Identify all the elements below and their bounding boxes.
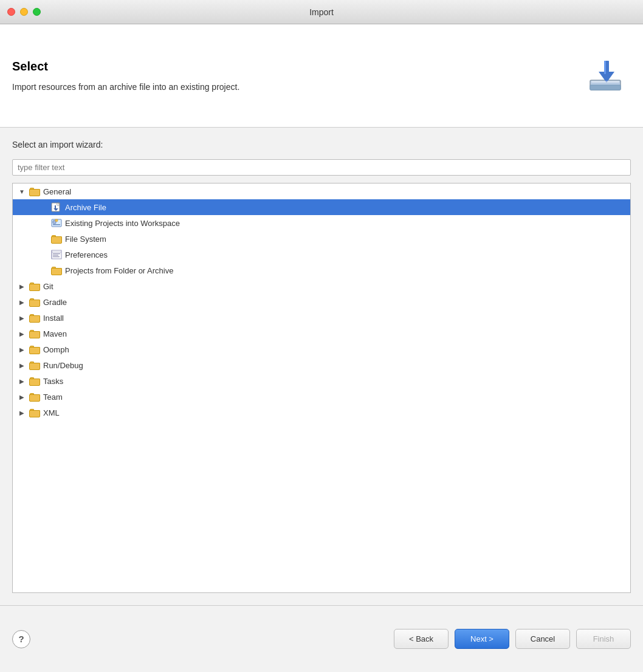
cancel-button[interactable]: Cancel <box>515 629 570 649</box>
arrow-oomph <box>18 345 26 354</box>
svg-rect-13 <box>53 224 60 225</box>
body-section: Select an import wizard: General <box>0 128 643 605</box>
folder-icon-install <box>29 313 40 323</box>
folder-icon-team <box>29 392 40 402</box>
maximize-button[interactable] <box>33 8 41 16</box>
group-label-maven: Maven <box>43 329 67 338</box>
folder-icon-git <box>29 281 40 291</box>
tree-item-projects-folder[interactable]: Projects from Folder or Archive <box>13 262 630 278</box>
tree-item-existing-projects[interactable]: Existing Projects into Workspace <box>13 215 630 231</box>
dialog-content: Select Import resources from an archive … <box>0 24 643 672</box>
help-button[interactable]: ? <box>12 630 30 648</box>
group-label-tasks: Tasks <box>43 377 63 386</box>
tree-group-git[interactable]: Git <box>13 278 630 294</box>
tree-group-run-debug[interactable]: Run/Debug <box>13 357 630 373</box>
header-icon <box>582 52 631 100</box>
tree-item-preferences[interactable]: Preferences <box>13 247 630 262</box>
tree-group-tasks[interactable]: Tasks <box>13 373 630 389</box>
window-title: Import <box>309 7 334 17</box>
back-button[interactable]: < Back <box>394 629 449 649</box>
arrow-general <box>18 187 26 196</box>
folder-icon-tasks <box>29 376 40 386</box>
arrow-xml <box>18 408 26 417</box>
window-controls <box>7 8 41 16</box>
preferences-icon <box>51 250 62 259</box>
finish-button[interactable]: Finish <box>576 629 631 649</box>
tree-group-xml[interactable]: XML <box>13 405 630 420</box>
item-label-file-system: File System <box>65 235 106 244</box>
folder-icon-filesys <box>51 234 62 244</box>
arrow-git <box>18 282 26 290</box>
svg-rect-1 <box>590 85 621 90</box>
arrow-gradle <box>18 298 26 306</box>
folder-icon-general <box>29 187 40 196</box>
svg-rect-17 <box>53 253 60 254</box>
arrow-install <box>18 314 26 322</box>
tree-container[interactable]: General Archive File <box>12 183 631 593</box>
svg-rect-5 <box>591 81 619 83</box>
header-section: Select Import resources from an archive … <box>0 24 643 128</box>
group-label-oomph: Oomph <box>43 345 69 354</box>
group-label-team: Team <box>43 393 63 402</box>
existing-projects-icon <box>51 218 62 228</box>
minimize-button[interactable] <box>20 8 28 16</box>
group-label-install: Install <box>43 314 64 323</box>
arrow-tasks <box>18 377 26 385</box>
group-label-run-debug: Run/Debug <box>43 361 83 370</box>
folder-icon-gradle <box>29 297 40 307</box>
next-button[interactable]: Next > <box>455 629 509 649</box>
tree-item-file-system[interactable]: File System <box>13 231 630 247</box>
folder-icon-maven <box>29 329 40 338</box>
footer-buttons: < Back Next > Cancel Finish <box>394 629 631 649</box>
header-description: Import resources from an archive file in… <box>12 82 582 92</box>
arrow-run-debug <box>18 361 26 369</box>
archive-file-icon <box>51 202 62 212</box>
svg-rect-19 <box>53 256 60 257</box>
footer-section: ? < Back Next > Cancel Finish <box>0 605 643 672</box>
svg-rect-9 <box>55 205 56 208</box>
tree-group-oomph[interactable]: Oomph <box>13 341 630 357</box>
import-icon <box>585 55 628 97</box>
tree-item-archive-file[interactable]: Archive File <box>13 199 630 215</box>
group-label-git: Git <box>43 282 53 291</box>
close-button[interactable] <box>7 8 15 16</box>
folder-icon-xml <box>29 408 40 417</box>
tree-group-gradle[interactable]: Gradle <box>13 294 630 310</box>
svg-rect-15 <box>52 250 61 259</box>
item-label-preferences: Preferences <box>65 250 108 259</box>
item-label-projects-folder: Projects from Folder or Archive <box>65 266 173 275</box>
svg-rect-4 <box>604 61 606 74</box>
header-text: Select Import resources from an archive … <box>12 60 582 92</box>
filter-input[interactable] <box>12 159 631 176</box>
tree-group-team[interactable]: Team <box>13 389 630 405</box>
titlebar: Import <box>0 0 643 24</box>
item-label-existing-projects: Existing Projects into Workspace <box>65 219 180 228</box>
group-label-xml: XML <box>43 408 60 417</box>
header-title: Select <box>12 60 582 74</box>
svg-marker-14 <box>55 219 58 222</box>
tree-group-install[interactable]: Install <box>13 310 630 326</box>
folder-icon-oomph <box>29 345 40 354</box>
tree-group-general[interactable]: General <box>13 183 630 199</box>
group-label-gradle: Gradle <box>43 298 67 307</box>
section-label: Select an import wizard: <box>12 140 631 149</box>
folder-icon-run-debug <box>29 360 40 370</box>
folder-icon-projects-folder <box>51 266 62 275</box>
item-label-archive-file: Archive File <box>65 203 106 212</box>
arrow-maven <box>18 329 26 338</box>
arrow-team <box>18 393 26 401</box>
tree-group-maven[interactable]: Maven <box>13 326 630 341</box>
svg-rect-18 <box>53 255 58 256</box>
group-label-general: General <box>43 187 71 196</box>
